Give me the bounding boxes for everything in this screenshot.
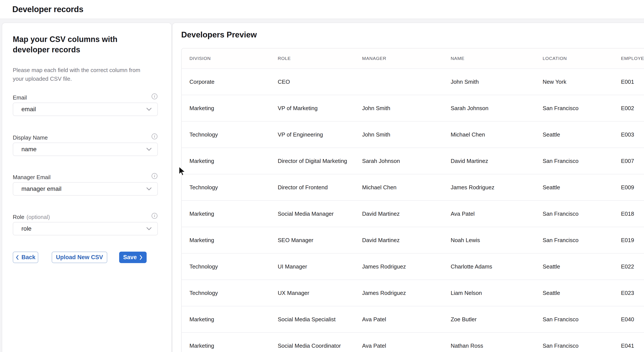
page-title: Developer records (12, 5, 84, 14)
table-row: Marketing SEO Manager David Martinez Noa… (182, 227, 644, 253)
field-label: Manager Email (13, 174, 158, 181)
cell-employee-id: E022 (613, 263, 644, 270)
save-button-label: Save (123, 254, 137, 261)
cell-manager: Ava Patel (354, 342, 443, 349)
field-label-text: Manager Email (13, 174, 50, 181)
column-header-name: NAME (443, 56, 535, 61)
cell-employee-id: E002 (613, 105, 644, 112)
cell-location: New York (535, 79, 613, 85)
cell-location: San Francisco (535, 316, 613, 323)
cell-employee-id: E003 (613, 131, 644, 138)
cell-location: Seattle (535, 131, 613, 138)
cell-name: Nathan Ross (443, 342, 535, 349)
info-icon[interactable]: i (152, 94, 158, 99)
mouse-cursor (178, 166, 186, 177)
cell-division: Technology (182, 131, 270, 138)
cell-name: Michael Chen (443, 131, 535, 138)
developers-preview-table: DIVISION ROLE MANAGER NAME LOCATION EMPL… (181, 48, 644, 352)
manager-email-column-select[interactable]: manager email (13, 182, 158, 196)
cell-role: SEO Manager (270, 237, 354, 244)
email-column-select[interactable]: email (13, 103, 158, 116)
cell-division: Marketing (182, 342, 270, 349)
cell-location: San Francisco (535, 210, 613, 217)
cell-division: Technology (182, 184, 270, 191)
info-icon[interactable]: i (152, 134, 158, 139)
table-row: Technology UI Manager James Rodriguez Ch… (182, 253, 644, 279)
cell-name: Charlotte Adams (443, 263, 535, 270)
cell-location: San Francisco (535, 237, 613, 244)
table-row: Marketing VP of Marketing John Smith Sar… (182, 95, 644, 121)
chevron-down-icon (146, 148, 152, 151)
cell-manager: Michael Chen (354, 184, 443, 191)
chevron-down-icon (146, 108, 152, 111)
field-group-manager-email: Manager Email i manager email (13, 174, 158, 202)
cell-role: Director of Digital Marketing (270, 158, 354, 164)
cell-employee-id: E007 (613, 158, 644, 164)
cell-role: CEO (270, 79, 354, 85)
cell-manager: John Smith (354, 131, 443, 138)
table-header-row: DIVISION ROLE MANAGER NAME LOCATION EMPL… (182, 49, 644, 68)
csv-mapping-panel: Map your CSV columns with developer reco… (2, 23, 172, 352)
preview-panel: Developers Preview DIVISION ROLE MANAGER… (172, 23, 644, 352)
field-label: Email (13, 94, 158, 101)
table-row: Technology VP of Engineering John Smith … (182, 121, 644, 148)
app-root: Developer records Map your CSV columns w… (0, 0, 644, 352)
mapping-heading: Map your CSV columns with developer reco… (13, 34, 142, 55)
cell-name: Sarah Johnson (443, 105, 535, 112)
display-name-column-select[interactable]: name (13, 143, 158, 156)
cell-role: UX Manager (270, 290, 354, 296)
field-label-text: Email (13, 94, 27, 101)
cell-location: Seattle (535, 290, 613, 296)
select-value: name (22, 146, 36, 153)
field-group-email: Email i email (13, 94, 158, 122)
cell-division: Marketing (182, 105, 270, 112)
field-label: Display Name (13, 134, 158, 141)
cell-manager: David Martinez (354, 237, 443, 244)
cell-manager: James Rodriguez (354, 263, 443, 270)
cell-role: Social Media Specialist (270, 316, 354, 323)
cell-division: Marketing (182, 158, 270, 164)
cell-location: San Francisco (535, 342, 613, 349)
cell-name: David Martinez (443, 158, 535, 164)
role-column-select[interactable]: role (13, 222, 158, 235)
field-group-role: Role (optional) i role (13, 214, 158, 242)
select-value: manager email (22, 185, 62, 192)
chevron-right-icon (140, 255, 143, 260)
upload-new-csv-button[interactable]: Upload New CSV (52, 252, 107, 263)
table-row: Technology Director of Frontend Michael … (182, 174, 644, 200)
column-header-location: LOCATION (535, 56, 613, 61)
cell-role: VP of Marketing (270, 105, 354, 112)
column-header-employee-id: EMPLOYEE ID (613, 56, 644, 61)
column-header-manager: MANAGER (354, 56, 443, 61)
back-button[interactable]: Back (13, 252, 38, 263)
cell-name: Ava Patel (443, 210, 535, 217)
cell-division: Marketing (182, 210, 270, 217)
cell-role: Social Media Manager (270, 210, 354, 217)
field-group-display-name: Display Name i name (13, 134, 158, 162)
cell-location: Seattle (535, 184, 613, 191)
cell-manager: David Martinez (354, 210, 443, 217)
field-label-text: Role (13, 214, 24, 220)
cell-role: VP of Engineering (270, 131, 354, 138)
chevron-down-icon (146, 227, 152, 230)
select-value: email (22, 106, 36, 113)
optional-tag: (optional) (26, 214, 50, 220)
cell-role: Director of Frontend (270, 184, 354, 191)
cell-name: John Smith (443, 79, 535, 85)
cell-employee-id: E018 (613, 210, 644, 217)
cell-name: Liam Nelson (443, 290, 535, 296)
table-row: Marketing Social Media Coordinator Ava P… (182, 332, 644, 352)
table-row: Marketing Director of Digital Marketing … (182, 148, 644, 174)
cell-name: Zoe Butler (443, 316, 535, 323)
preview-heading: Developers Preview (181, 30, 257, 39)
cell-division: Corporate (182, 79, 270, 85)
cell-employee-id: E023 (613, 290, 644, 296)
save-button[interactable]: Save (119, 252, 146, 263)
cell-role: UI Manager (270, 263, 354, 270)
cell-division: Technology (182, 263, 270, 270)
cell-employee-id: E040 (613, 316, 644, 323)
top-bar: Developer records (0, 0, 644, 19)
info-icon[interactable]: i (152, 213, 158, 219)
info-icon[interactable]: i (152, 173, 158, 179)
table-row: Marketing Social Media Specialist Ava Pa… (182, 306, 644, 332)
